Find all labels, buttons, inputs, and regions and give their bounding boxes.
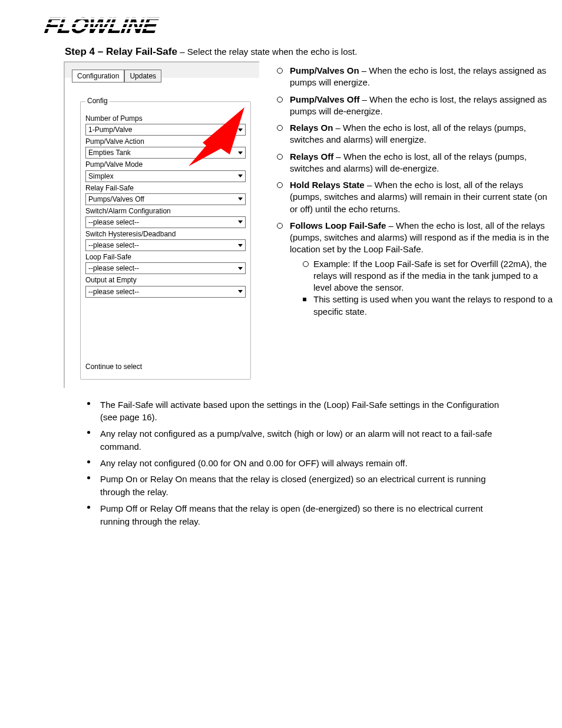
- field-dropdown-2[interactable]: Simplex: [85, 170, 246, 182]
- brand-logo: FLOWLINE: [38, 14, 562, 38]
- option-item: Pump/Valves On – When the echo is lost, …: [277, 65, 554, 89]
- field-dropdown-1[interactable]: Empties Tank: [85, 147, 246, 159]
- option-item: Pump/Valves Off – When the echo is lost,…: [277, 94, 554, 118]
- field-label: Pump/Valve Action: [85, 138, 246, 146]
- field-label: Switch/Alarm Configuration: [85, 207, 246, 215]
- field-value: --please select--: [88, 288, 139, 296]
- step-number: Step 4: [65, 46, 95, 57]
- field-label: Number of Pumps: [85, 115, 246, 123]
- field-label: Loop Fail-Safe: [85, 253, 246, 261]
- field-label: Relay Fail-Safe: [85, 185, 246, 192]
- svg-rect-1: [44, 18, 203, 19]
- fail-safe-options-list: Pump/Valves On – When the echo is lost, …: [277, 65, 554, 322]
- chevron-down-icon: [238, 174, 243, 177]
- field-dropdown-7[interactable]: --please select--: [85, 286, 246, 298]
- note-item: Any relay not configured (0.00 for ON an…: [87, 457, 511, 470]
- chevron-down-icon: [238, 220, 243, 223]
- field-label: Pump/Valve Mode: [85, 161, 246, 169]
- option-subitem: This setting is used when you want the r…: [303, 294, 554, 318]
- field-value: Simplex: [88, 172, 114, 180]
- field-dropdown-0[interactable]: 1-Pump/Valve: [85, 124, 246, 136]
- step-desc: Select the relay state when the echo is …: [187, 47, 358, 57]
- note-item: The Fail-Safe will activate based upon t…: [87, 398, 511, 424]
- field-value: 1-Pump/Valve: [88, 126, 132, 134]
- field-value: --please select--: [88, 241, 139, 249]
- chevron-down-icon: [238, 290, 243, 293]
- option-subitem: Example: If the Loop Fail-Safe is set fo…: [303, 258, 554, 294]
- option-item: Relays Off – When the echo is lost, all …: [277, 151, 554, 175]
- tab-updates[interactable]: Updates: [124, 70, 161, 83]
- chevron-down-icon: [238, 151, 243, 154]
- chevron-down-icon: [238, 129, 243, 131]
- svg-text:FLOWLINE: FLOWLINE: [41, 14, 163, 38]
- step-header: Step 4 – Relay Fail-Safe – Select the re…: [65, 46, 562, 58]
- field-value: --please select--: [88, 264, 139, 272]
- tab-configuration[interactable]: Configuration: [72, 70, 124, 83]
- field-dropdown-4[interactable]: --please select--: [85, 216, 246, 228]
- field-value: --please select--: [88, 218, 139, 226]
- notes-list: The Fail-Safe will activate based upon t…: [87, 398, 511, 528]
- note-item: Pump On or Relay On means that the relay…: [87, 473, 511, 499]
- option-item: Hold Relays State – When the echo is los…: [277, 179, 554, 215]
- option-item: Relays On – When the echo is lost, all o…: [277, 122, 554, 146]
- field-dropdown-6[interactable]: --please select--: [85, 262, 246, 274]
- field-label: Output at Empty: [85, 276, 246, 284]
- field-dropdown-3[interactable]: Pumps/Valves Off: [85, 193, 246, 205]
- svg-rect-3: [44, 27, 203, 29]
- note-item: Any relay not configured as a pump/valve…: [87, 427, 511, 453]
- option-item: Follows Loop Fail-Safe – When the echo i…: [277, 220, 554, 318]
- note-item: Pump Off or Relay Off means that the rel…: [87, 502, 511, 528]
- config-window: ConfigurationUpdates Config Number of Pu…: [64, 61, 259, 388]
- field-value: Empties Tank: [88, 149, 131, 157]
- chevron-down-icon: [238, 244, 243, 247]
- chevron-down-icon: [238, 197, 243, 200]
- svg-rect-2: [44, 22, 203, 24]
- field-label: Switch Hysteresis/Deadband: [85, 230, 246, 238]
- continue-label: Continue to select: [85, 363, 246, 371]
- group-label: Config: [85, 97, 110, 105]
- chevron-down-icon: [238, 267, 243, 270]
- field-value: Pumps/Valves Off: [88, 195, 144, 203]
- field-dropdown-5[interactable]: --please select--: [85, 239, 246, 251]
- step-title: Relay Fail-Safe: [106, 46, 177, 57]
